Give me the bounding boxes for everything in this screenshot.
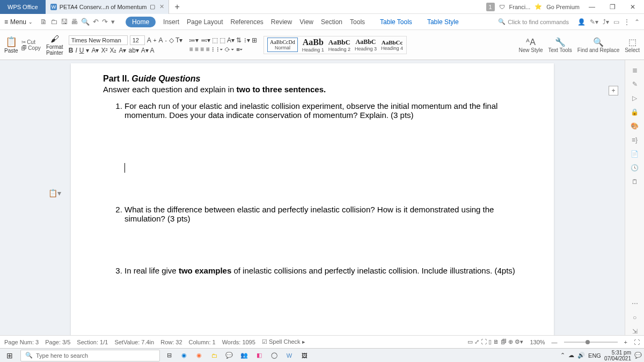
- restore-button[interactable]: ❐: [604, 3, 620, 11]
- taskbar-search[interactable]: 🔍 Type here to search: [20, 350, 160, 361]
- dropdown-icon[interactable]: ▾: [111, 18, 115, 26]
- paste-options-icon[interactable]: 📋▾: [48, 189, 61, 197]
- underline-button[interactable]: U: [79, 47, 84, 54]
- volume-icon[interactable]: 🔊: [577, 352, 585, 359]
- subscript-button[interactable]: X₂: [109, 47, 116, 54]
- notifications-icon[interactable]: 💬: [634, 352, 642, 359]
- copy-button[interactable]: 🗐 Copy: [21, 45, 41, 51]
- tab-review[interactable]: Review: [271, 18, 292, 26]
- tab-section[interactable]: Section: [321, 18, 342, 26]
- spell-check-button[interactable]: ☑ Spell Check ▸: [262, 338, 305, 345]
- history-icon[interactable]: 🕓: [631, 164, 639, 172]
- tool-icon[interactable]: 🎨: [631, 122, 639, 130]
- edge-icon[interactable]: ◉: [178, 350, 190, 361]
- menu-button[interactable]: ≡ Menu ⌄: [4, 18, 33, 26]
- tab-table-tools[interactable]: Table Tools: [380, 18, 412, 26]
- minimize-button[interactable]: —: [584, 3, 600, 11]
- style-heading1[interactable]: AaBbHeading 1: [302, 38, 324, 53]
- document-area[interactable]: Part II. Guide Questions Answer each que…: [0, 60, 625, 335]
- tab-insert[interactable]: Insert: [163, 18, 179, 26]
- tab-references[interactable]: References: [230, 18, 263, 26]
- chrome-icon[interactable]: ◯: [268, 350, 280, 361]
- status-section[interactable]: Section: 1/1: [77, 339, 108, 345]
- zoom-slider[interactable]: [564, 342, 618, 343]
- edit-icon[interactable]: ✎: [632, 80, 638, 88]
- save-icon[interactable]: 🖫: [61, 18, 68, 26]
- list-icon[interactable]: 🗒: [632, 178, 638, 186]
- italic-button[interactable]: I: [75, 47, 77, 54]
- more-side-icon[interactable]: ⋯: [632, 300, 638, 307]
- settings-side-icon[interactable]: ○: [633, 314, 636, 321]
- teams-icon[interactable]: 👥: [238, 350, 250, 361]
- bookmark-icon[interactable]: ≣: [632, 67, 638, 74]
- style-icon[interactable]: ✎▾: [590, 18, 598, 26]
- new-icon[interactable]: 🗎: [40, 18, 47, 26]
- new-style-button[interactable]: ᴬANew Style: [519, 37, 543, 53]
- user-name[interactable]: Franci...: [509, 4, 531, 10]
- change-case-button[interactable]: ab▾: [128, 47, 138, 54]
- redo-icon[interactable]: ↷: [102, 18, 108, 26]
- superscript-button[interactable]: X²: [101, 47, 107, 54]
- tray-up-icon[interactable]: ⌃: [560, 352, 565, 359]
- tab-table-style[interactable]: Table Style: [427, 18, 459, 26]
- find-replace-button[interactable]: 🔍Find and Replace: [577, 37, 619, 53]
- style-normal[interactable]: AaBbCcDdNormal: [267, 38, 298, 52]
- start-button[interactable]: ⊞: [2, 351, 17, 360]
- tab-tools[interactable]: Tools: [350, 18, 365, 26]
- more-icon[interactable]: ⋮: [624, 18, 630, 26]
- zoom-in-button[interactable]: +: [624, 339, 627, 345]
- task-view-icon[interactable]: ⊟: [163, 350, 175, 361]
- command-search[interactable]: 🔍 Click to find commands: [498, 18, 569, 25]
- style-heading4[interactable]: AaBbCcHeading 4: [381, 39, 403, 51]
- undo-icon[interactable]: ↶: [93, 18, 99, 26]
- status-column[interactable]: Column: 1: [189, 339, 216, 345]
- status-page[interactable]: Page: 3/5: [45, 339, 70, 345]
- share-icon[interactable]: 👤: [577, 18, 586, 26]
- cut-button[interactable]: ✂ Cut: [21, 39, 41, 45]
- highlight-button[interactable]: A▾: [119, 47, 126, 54]
- style-heading3[interactable]: AaBbCHeading 3: [355, 38, 377, 51]
- page-icon[interactable]: 📄: [631, 150, 639, 158]
- wps-icon[interactable]: W: [283, 350, 295, 361]
- status-words[interactable]: Words: 1095: [222, 339, 255, 345]
- text-tools-button[interactable]: 🔧Text Tools: [548, 37, 572, 53]
- display-icon[interactable]: ▭: [613, 18, 619, 26]
- close-window-button[interactable]: ✕: [625, 3, 641, 11]
- cloud-icon[interactable]: ☁: [568, 352, 574, 359]
- language-indicator[interactable]: ENG: [588, 352, 601, 359]
- style-heading2[interactable]: AaBbCHeading 2: [328, 38, 350, 52]
- tab-view[interactable]: View: [299, 18, 313, 26]
- status-row[interactable]: Row: 32: [160, 339, 182, 345]
- zoom-out-button[interactable]: —: [552, 339, 558, 345]
- notification-badge[interactable]: 1: [486, 3, 495, 11]
- tab-home[interactable]: Home: [126, 17, 156, 27]
- collapse-ribbon-icon[interactable]: ⌃: [634, 18, 640, 26]
- style-gallery[interactable]: AaBbCcDdNormal AaBbHeading 1 AaBbCHeadin…: [264, 36, 407, 54]
- go-premium[interactable]: Go Premium: [546, 4, 580, 10]
- export-icon[interactable]: ⤴▾: [603, 18, 609, 26]
- paste-button[interactable]: 📋 Paste: [4, 36, 18, 54]
- status-pagenum[interactable]: Page Num: 3: [4, 339, 39, 345]
- bold-button[interactable]: B: [69, 47, 74, 54]
- photo-icon[interactable]: 🖼: [298, 350, 310, 361]
- nav-icon[interactable]: ▷: [632, 94, 637, 102]
- fullscreen-icon[interactable]: ⛶: [634, 339, 640, 345]
- close-tab-icon[interactable]: ✕: [159, 3, 164, 10]
- chat-icon[interactable]: 💬: [223, 350, 235, 361]
- outline-icon[interactable]: ≡}: [632, 136, 638, 144]
- format-painter-button[interactable]: 🖌 Format Painter: [44, 34, 65, 56]
- preview-icon[interactable]: 🔍: [81, 18, 90, 26]
- tab-page-layout[interactable]: Page Layout: [187, 18, 223, 26]
- firefox-icon[interactable]: ◉: [193, 350, 205, 361]
- explorer-icon[interactable]: 🗀: [208, 350, 220, 361]
- expand-side-icon[interactable]: ⇲: [632, 328, 638, 335]
- lock-icon[interactable]: 🔒: [631, 108, 639, 116]
- select-button[interactable]: ⬚Select: [625, 37, 640, 53]
- add-tab-button[interactable]: +: [169, 2, 185, 12]
- print-icon[interactable]: 🖶: [71, 18, 78, 26]
- font-name-select[interactable]: Times New Roman: [69, 35, 128, 45]
- add-comment-button[interactable]: +: [609, 86, 618, 95]
- document-page[interactable]: Part II. Guide Questions Answer each que…: [71, 63, 554, 335]
- view-icons[interactable]: ▭ ⤢ ⛶ ▯ 🗎 🗐 ⊕ ⚙▾: [467, 338, 523, 345]
- font-size-select[interactable]: 12: [130, 35, 145, 45]
